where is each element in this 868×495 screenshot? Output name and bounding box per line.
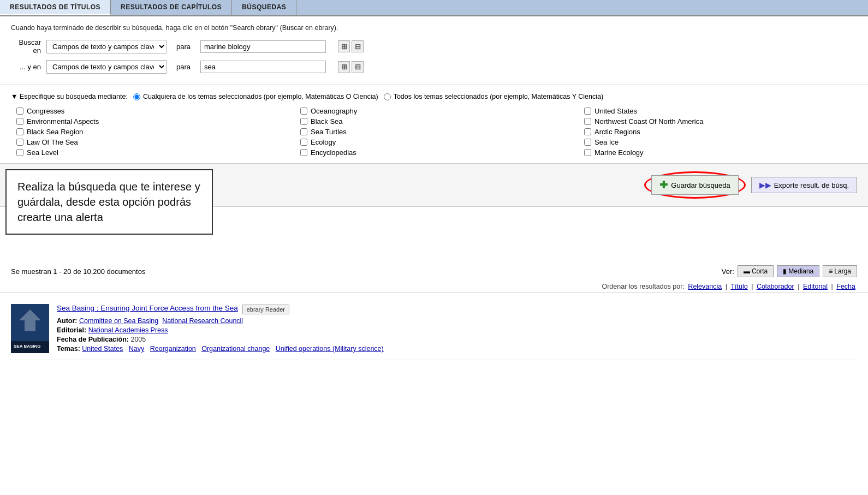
checkbox-encyclopedias[interactable]: [300, 149, 307, 156]
tab-titles[interactable]: RESULTADOS DE TÍTULOS: [0, 0, 111, 15]
checkbox-law-of-sea[interactable]: [16, 139, 23, 146]
label-congresses: Congresses: [27, 107, 64, 115]
filter-item-congresses: Congresses: [16, 106, 289, 116]
remove-row-btn-2[interactable]: ⊟: [352, 61, 364, 73]
editorial-link[interactable]: National Academies Press: [88, 326, 168, 334]
checkbox-sea-level[interactable]: [16, 149, 23, 156]
action-area: Buscar en ebrary ✚ Guardar búsqueda ▶▶ E…: [0, 164, 868, 262]
label-encyclopedias: Encyclopedias: [311, 148, 356, 157]
sort-options: Ordenar los resultados por: Relevancia |…: [0, 281, 868, 293]
view-corta-label: Corta: [752, 267, 768, 275]
checkbox-sea-turtles[interactable]: [300, 128, 307, 135]
autor-1[interactable]: Committee on Sea Basing: [79, 317, 158, 325]
result-autor-0: Autor: Committee on Sea Basing National …: [57, 317, 857, 325]
search-row-2: ... y en Campos de texto y campos clave …: [11, 60, 857, 74]
checkbox-black-sea-region[interactable]: [16, 128, 23, 135]
filter-item-united-states: United States: [584, 106, 857, 116]
sort-titulo[interactable]: Título: [730, 283, 747, 290]
label-northwest-coast: Northwest Coast Of North America: [594, 117, 703, 126]
filter-item-black-sea: Black Sea: [300, 116, 573, 127]
view-larga-label: Larga: [834, 267, 851, 275]
checkbox-united-states[interactable]: [584, 108, 591, 115]
tooltip-box: Realiza la búsqueda que te interese y gu…: [5, 169, 213, 235]
checkbox-environmental[interactable]: [16, 118, 23, 125]
sort-editorial[interactable]: Editorial: [803, 283, 828, 290]
radio-all[interactable]: Todos los temas seleccionados (por ejemp…: [384, 93, 603, 100]
checkbox-marine-ecology[interactable]: [584, 149, 591, 156]
search-select-1[interactable]: Campos de texto y campos clave: [46, 40, 167, 53]
radio-all-label: Todos los temas seleccionados (por ejemp…: [394, 93, 603, 100]
view-corta-button[interactable]: ▬ Corta: [738, 265, 774, 277]
ver-label: Ver:: [722, 267, 734, 276]
sort-colaborador[interactable]: Colaborador: [757, 283, 794, 290]
filter-item-law-of-sea: Law Of The Sea: [16, 137, 289, 147]
remove-row-btn-1[interactable]: ⊟: [352, 40, 364, 52]
label-black-sea: Black Sea: [311, 117, 343, 126]
filter-item-oceanography: Oceanography: [300, 106, 573, 116]
right-actions: ✚ Guardar búsqueda ▶▶ Exporte result. de…: [644, 171, 857, 199]
tema-reorganization[interactable]: Reorganization: [150, 345, 196, 353]
search-input-1[interactable]: [200, 40, 326, 53]
tema-org-change[interactable]: Organizational change: [201, 345, 270, 353]
view-corta-icon: ▬: [744, 267, 750, 275]
result-title-0[interactable]: Sea Basing : Ensuring Joint Force Access…: [57, 304, 238, 312]
search-section: Cuando haya terminado de describir su bú…: [0, 16, 868, 85]
result-fecha-0: Fecha de Publicación: 2005: [57, 336, 857, 343]
label-environmental: Environmental Aspects: [27, 117, 99, 126]
filter-section: ▼ Especifique su búsqueda mediante: Cual…: [0, 85, 868, 164]
sort-relevancia[interactable]: Relevancia: [688, 283, 722, 290]
result-info-0: Sea Basing : Ensuring Joint Force Access…: [57, 304, 857, 354]
radio-any[interactable]: Cualquiera de los temas seleccionados (p…: [133, 93, 378, 100]
tema-united-states[interactable]: United States: [82, 345, 123, 353]
autor-2[interactable]: National Research Council: [162, 317, 243, 325]
filter-prefix: ▼ Especifique su búsqueda mediante:: [11, 93, 128, 100]
view-larga-button[interactable]: ≡ Larga: [823, 265, 857, 277]
results-section: SEA BASING Sea Basing : Ensuring Joint F…: [0, 293, 868, 366]
checkbox-ecology[interactable]: [300, 139, 307, 146]
filter-item-black-sea-region: Black Sea Region: [16, 127, 289, 137]
filter-item-environmental: Environmental Aspects: [16, 116, 289, 127]
view-mediana-icon: ▮: [783, 267, 787, 275]
search-select-2[interactable]: Campos de texto y campos clave: [46, 60, 167, 74]
checkbox-sea-ice[interactable]: [584, 139, 591, 146]
checkbox-oceanography[interactable]: [300, 108, 307, 115]
reader-badge-0: ebrary Reader: [242, 305, 289, 314]
sort-fecha[interactable]: Fecha: [836, 283, 855, 290]
thumb-svg: SEA BASING: [11, 304, 49, 353]
view-larga-icon: ≡: [829, 267, 833, 275]
add-row-btn-1[interactable]: ⊞: [338, 40, 350, 52]
result-thumb-0: SEA BASING: [11, 304, 49, 353]
btn-group-2: ⊞ ⊟: [338, 61, 364, 73]
btn-group-1: ⊞ ⊟: [338, 40, 364, 52]
filter-header: ▼ Especifique su búsqueda mediante: Cual…: [11, 93, 857, 100]
filter-col-2: United States Northwest Coast Of North A…: [584, 106, 857, 158]
fecha-value: 2005: [130, 336, 146, 343]
sort-prefix: Ordenar los resultados por:: [602, 283, 684, 290]
search-para-1: para: [176, 43, 191, 51]
checkbox-congresses[interactable]: [16, 108, 23, 115]
view-options-bar: Ver: ▬ Corta ▮ Mediana ≡ Larga: [722, 265, 857, 277]
label-sea-turtles: Sea Turtles: [311, 128, 347, 136]
tema-unified[interactable]: Unified operations (Military science): [276, 345, 384, 353]
checkbox-arctic[interactable]: [584, 128, 591, 135]
search-label-1: Buscar en: [11, 38, 41, 55]
filter-item-encyclopedias: Encyclopedias: [300, 147, 573, 158]
filter-item-marine-ecology: Marine Ecology: [584, 147, 857, 158]
label-ecology: Ecology: [311, 138, 336, 146]
export-button[interactable]: ▶▶ Exporte result. de búsq.: [751, 177, 857, 193]
label-marine-ecology: Marine Ecology: [594, 148, 644, 157]
checkbox-black-sea[interactable]: [300, 118, 307, 125]
export-icon: ▶▶: [759, 181, 771, 189]
tabs-bar: RESULTADOS DE TÍTULOS RESULTADOS DE CAPÍ…: [0, 0, 868, 16]
add-row-btn-2[interactable]: ⊞: [338, 61, 350, 73]
tab-chapters[interactable]: RESULTADOS DE CAPÍTULOS: [111, 0, 232, 15]
tema-navy[interactable]: Navy: [129, 345, 144, 353]
filter-item-ecology: Ecology: [300, 137, 573, 147]
search-hint: Cuando haya terminado de describir su bú…: [11, 24, 857, 32]
tab-searches[interactable]: BÚSQUEDAS: [232, 0, 296, 15]
label-black-sea-region: Black Sea Region: [27, 128, 83, 136]
checkbox-northwest-coast[interactable]: [584, 118, 591, 125]
guardar-button[interactable]: ✚ Guardar búsqueda: [651, 175, 738, 195]
view-mediana-button[interactable]: ▮ Mediana: [777, 265, 819, 277]
search-input-2[interactable]: [200, 61, 326, 73]
